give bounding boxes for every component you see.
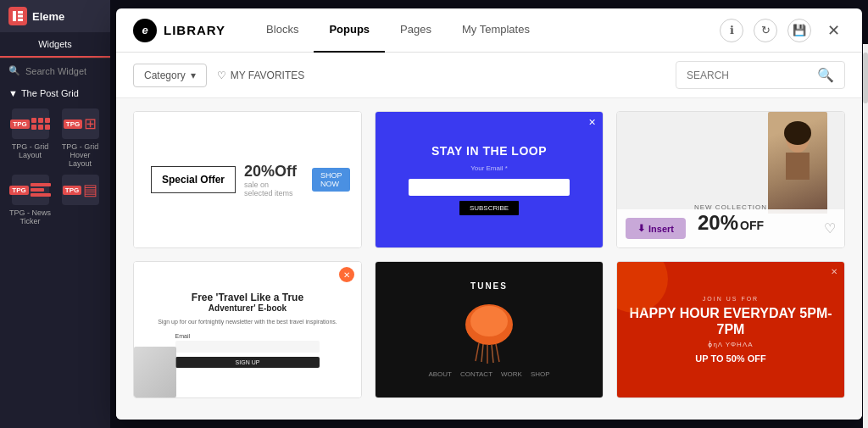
insert-label: Insert	[648, 224, 674, 234]
library-logo: e LIBRARY	[133, 19, 225, 42]
happy-symbols: ϕηΛ ΥΦΗΛΑ	[708, 341, 753, 348]
template-card-stay-in-loop[interactable]: ✕ STAY IN THE LOOP Your Email * SUBSCRIB…	[375, 111, 604, 248]
jellyfish-nav-item: ABOUT	[428, 370, 452, 378]
template-card-jellyfish[interactable]: TUNES	[375, 261, 604, 398]
jellyfish-svg	[455, 297, 523, 365]
widget-grid: TPG TPG - Grid Layout TPG ⊞ TPG - Grid H…	[0, 103, 110, 231]
elementor-logo-icon	[8, 7, 27, 25]
svg-point-8	[470, 306, 508, 336]
template-card-special-offer[interactable]: Special Offer 20%Off sale on selected it…	[133, 111, 362, 248]
info-icon-btn[interactable]: ℹ	[720, 19, 743, 42]
refresh-icon: ↻	[761, 24, 771, 36]
jellyfish-nav: ABOUT CONTACT WORK SHOP	[428, 370, 549, 378]
modal-header: e LIBRARY Blocks Popups Pages My Templat…	[116, 8, 862, 53]
travel-description: Sign up for our fortnightly newsletter w…	[158, 318, 337, 326]
modal-close-button[interactable]: ✕	[821, 19, 845, 42]
model-image	[768, 112, 827, 214]
happy-hour-close-icon: ✕	[831, 267, 837, 276]
template-preview-jellyfish: TUNES	[376, 262, 603, 397]
sidebar-header: Eleme	[0, 0, 110, 32]
svg-line-13	[496, 344, 499, 362]
search-widget-label: Search Widget	[25, 66, 86, 76]
svg-rect-6	[786, 153, 810, 180]
section-title-text: The Post Grid	[21, 88, 79, 98]
jellyfish-content: TUNES	[376, 262, 603, 397]
happy-small-text: JOIN US FOR	[703, 296, 759, 302]
loop-subscribe-btn: SUBSCRIBE	[459, 201, 519, 215]
template-card-travel[interactable]: ✕ Free 'Travel Like a True Adventurer' E…	[133, 261, 362, 398]
loop-title: STAY IN THE LOOP	[431, 144, 547, 158]
special-offer-content: Special Offer 20%Off sale on selected it…	[134, 112, 361, 247]
insert-button[interactable]: ⬇ Insert	[626, 218, 686, 239]
widget-item-grid-layout[interactable]: TPG TPG - Grid Layout	[8, 108, 52, 168]
search-icon: 🔍	[817, 67, 834, 83]
template-card-20-off[interactable]: NEW COLLECTION 20% OFF ⬇ Insert	[616, 111, 845, 248]
template-preview-happy-hour: ✕ JOIN US FOR HAPPY HOUR EVERYDAY 5PM-7P…	[617, 262, 844, 397]
travel-signup-btn: SIGN UP	[175, 357, 320, 368]
search-input[interactable]	[687, 69, 812, 81]
widget-label-grid: TPG - Grid Layout	[8, 142, 52, 159]
travel-title-line1: Free 'Travel Like a True	[192, 292, 303, 303]
template-card-happy-hour[interactable]: ✕ JOIN US FOR HAPPY HOUR EVERYDAY 5PM-7P…	[616, 261, 845, 398]
discount-percent: 20%	[698, 211, 738, 235]
tab-pages[interactable]: Pages	[385, 8, 447, 53]
widget-item-extra[interactable]: TPG ▤	[58, 175, 102, 225]
loop-subtitle: Your Email *	[470, 164, 508, 172]
template-preview-special-offer: Special Offer 20%Off sale on selected it…	[134, 112, 361, 247]
chevron-down-icon: ▾	[191, 69, 196, 81]
widget-icon-hover: TPG ⊞	[62, 108, 99, 139]
travel-form: Email SIGN UP	[175, 333, 320, 368]
tab-blocks[interactable]: Blocks	[251, 8, 314, 53]
template-preview-travel: ✕ Free 'Travel Like a True Adventurer' E…	[134, 262, 361, 397]
collapse-icon: ▼	[8, 88, 18, 98]
sidebar-tabs: Widgets	[0, 32, 110, 58]
search-box[interactable]: 🔍	[676, 61, 845, 89]
loop-email-input	[409, 179, 570, 196]
svg-line-10	[481, 344, 483, 362]
loop-content: ✕ STAY IN THE LOOP Your Email * SUBSCRIB…	[376, 112, 603, 247]
jellyfish-nav-item3: WORK	[501, 370, 522, 378]
discount-collection-text: NEW COLLECTION	[694, 203, 767, 211]
save-icon-btn[interactable]: 💾	[787, 19, 811, 42]
widget-icon-ticker: TPG	[12, 175, 49, 205]
widget-icon-grid: TPG	[12, 108, 49, 139]
favorite-heart-icon[interactable]: ♡	[824, 220, 836, 236]
svg-rect-3	[18, 19, 23, 21]
happy-title: HAPPY HOUR EVERYDAY 5PM-7PM	[626, 305, 836, 337]
library-modal: e LIBRARY Blocks Popups Pages My Templat…	[116, 8, 862, 420]
discount-text-area: NEW COLLECTION 20% OFF	[694, 203, 767, 235]
search-widget-area[interactable]: 🔍 Search Widget	[0, 58, 110, 83]
jellyfish-nav-item4: SHOP	[531, 370, 550, 378]
special-offer-badge: Special Offer	[151, 166, 236, 193]
svg-rect-0	[13, 11, 16, 21]
svg-point-5	[784, 121, 811, 145]
travel-image	[134, 347, 176, 397]
shop-now-btn: SHOP NOW	[312, 168, 350, 192]
model-face	[768, 112, 827, 214]
widget-label-hover: TPG - Grid Hover Layout	[58, 142, 102, 168]
header-actions: ℹ ↻ 💾 ✕	[720, 19, 845, 42]
tab-popups[interactable]: Popups	[314, 8, 385, 53]
heart-icon: ♡	[217, 69, 226, 81]
sidebar-tab-widgets[interactable]: Widgets	[0, 32, 110, 58]
travel-content: ✕ Free 'Travel Like a True Adventurer' E…	[134, 262, 361, 397]
favorites-button[interactable]: ♡ MY FAVORITES	[217, 69, 305, 81]
svg-line-12	[492, 345, 493, 363]
refresh-icon-btn[interactable]: ↻	[754, 19, 777, 42]
modal-nav-tabs: Blocks Popups Pages My Templates	[251, 8, 720, 53]
download-icon: ⬇	[637, 223, 645, 234]
widget-icon-extra: TPG ▤	[62, 175, 99, 205]
category-dropdown[interactable]: Category ▾	[133, 64, 207, 87]
library-logo-text: LIBRARY	[164, 23, 225, 37]
jellyfish-nav-item2: CONTACT	[460, 370, 492, 378]
svg-rect-2	[18, 15, 23, 18]
face-svg	[776, 120, 819, 180]
widget-item-grid-hover[interactable]: TPG ⊞ TPG - Grid Hover Layout	[58, 108, 102, 168]
travel-email-input	[175, 341, 320, 353]
travel-title-line2: Adventurer' E-book	[209, 303, 287, 313]
svg-rect-1	[18, 11, 23, 14]
widget-item-ticker[interactable]: TPG TPG - News Ticker	[8, 175, 52, 225]
templates-grid: Special Offer 20%Off sale on selected it…	[133, 111, 845, 398]
tab-my-templates[interactable]: My Templates	[447, 8, 545, 53]
save-icon: 💾	[793, 24, 806, 36]
